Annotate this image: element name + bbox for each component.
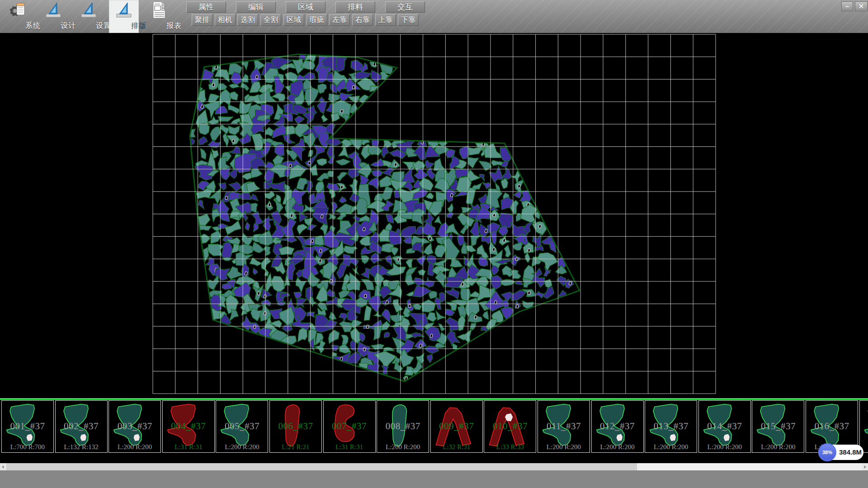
horizontal-scrollbar[interactable]: ‹ ›	[0, 463, 868, 470]
piece-id-label: 005_#37	[216, 421, 268, 432]
piece-lr-counts: L:200 R:200	[109, 443, 160, 451]
settings-icon	[79, 1, 98, 19]
piece-thumbnail-9[interactable]: 009_#37L:32 R:31	[430, 400, 483, 453]
piece-thumbnail-7[interactable]: 007_#37L:31 R:31	[323, 400, 376, 453]
scroll-left-arrow[interactable]: ‹	[0, 463, 6, 470]
piece-thumbnail-10[interactable]: 010_#37L:33 R:33	[484, 400, 536, 453]
piece-id-label: 008_#37	[377, 421, 429, 432]
piece-id-label: 012_#37	[592, 421, 643, 432]
piece-id-label: 010_#37	[484, 421, 536, 432]
piece-lr-counts: L:31 R:31	[163, 443, 214, 451]
memory-value: 384.8M	[839, 448, 862, 456]
ribbon-button-design[interactable]: 设计	[38, 0, 68, 33]
piece-thumbnail-1[interactable]: 001_#37L:700 R:700	[1, 400, 54, 453]
ribbon-button-settings[interactable]: 设置	[74, 0, 104, 33]
piece-lr-counts: L:700 R:700	[2, 443, 53, 451]
piece-id-label: 014_#37	[699, 421, 750, 432]
tool-camera[interactable]: 相机	[215, 14, 236, 26]
piece-id-label: 016_#37	[806, 421, 858, 432]
system-icon	[9, 1, 28, 19]
piece-id-label: 004_#37	[163, 421, 214, 432]
ribbon-button-label: 报表	[159, 21, 189, 31]
piece-thumbnail-5[interactable]: 005_#37L:200 R:200	[216, 400, 268, 453]
report-icon	[150, 1, 169, 19]
tool-snap-bottom[interactable]: 下靠	[398, 14, 419, 26]
piece-thumbnail-12[interactable]: 012_#37L:200 R:200	[591, 400, 644, 453]
pieces-strip: 001_#37L:700 R:700002_#37L:132 R:132003_…	[0, 398, 868, 463]
piece-lr-counts: L:200 R:200	[216, 443, 268, 451]
piece-lr-counts: L:21 R:21	[270, 443, 321, 451]
piece-lr-counts: L:33 R:33	[484, 443, 536, 451]
minimize-button[interactable]: –	[841, 1, 853, 11]
menu-nesting[interactable]: 排料	[335, 1, 375, 13]
piece-lr-counts: L:200 R:200	[538, 443, 590, 451]
piece-lr-counts: L:200 R:200	[377, 443, 429, 451]
scrollbar-thumb[interactable]	[6, 463, 637, 470]
piece-id-label: 015_#37	[752, 421, 804, 432]
tool-snap-top[interactable]: 上靠	[375, 14, 396, 26]
tool-cluster-nest[interactable]: 聚排	[192, 14, 212, 26]
nesting-canvas[interactable]	[0, 33, 868, 398]
toolbar: 系统设计设置排版报表 属性编辑区域排料交互 聚排相机选割全割区域瑕疵左靠右靠上靠…	[0, 0, 868, 33]
piece-thumbnail-3[interactable]: 003_#37L:200 R:200	[108, 400, 161, 453]
menu-region[interactable]: 区域	[286, 1, 326, 13]
piece-id-label: 013_#37	[645, 421, 697, 432]
piece-lr-counts: L:200 R:200	[699, 443, 750, 451]
tool-snap-right[interactable]: 右靠	[352, 14, 373, 26]
piece-id-label: 006_#37	[270, 421, 321, 432]
scroll-right-arrow[interactable]: ›	[862, 463, 868, 470]
piece-thumbnail-17[interactable]: 017_#37L:200 R:200	[859, 400, 868, 453]
strip-accent-line	[0, 398, 868, 400]
piece-thumbnail-6[interactable]: 006_#37L:21 R:21	[269, 400, 322, 453]
piece-thumbnail-2[interactable]: 002_#37L:132 R:132	[55, 400, 108, 453]
progress-badge: 38%	[818, 443, 836, 461]
piece-id-label: 007_#37	[324, 421, 375, 432]
ribbon-button-report[interactable]: 报表	[144, 0, 174, 33]
piece-id-label: 002_#37	[56, 421, 107, 432]
piece-thumbnail-14[interactable]: 014_#37L:200 R:200	[698, 400, 751, 453]
menu-edit[interactable]: 编辑	[236, 1, 276, 13]
piece-thumbnail-13[interactable]: 013_#37L:200 R:200	[645, 400, 697, 453]
tool-cut-all[interactable]: 全割	[260, 14, 281, 26]
layout-icon	[114, 1, 133, 19]
piece-thumbnail-15[interactable]: 015_#37L:200 R:200	[752, 400, 804, 453]
tool-region[interactable]: 区域	[283, 14, 304, 26]
design-icon	[44, 1, 63, 19]
piece-id-label: 001_#37	[2, 421, 53, 432]
piece-lr-counts: L:200 R:200	[592, 443, 643, 451]
menu-interact[interactable]: 交互	[385, 1, 425, 13]
piece-id-label: 009_#37	[431, 421, 482, 432]
piece-thumbnail-8[interactable]: 008_#37L:200 R:200	[377, 400, 429, 453]
application-window: 系统设计设置排版报表 属性编辑区域排料交互 聚排相机选割全割区域瑕疵左靠右靠上靠…	[0, 0, 868, 488]
piece-thumbnail-11[interactable]: 011_#37L:200 R:200	[538, 400, 590, 453]
piece-lr-counts: L:32 R:31	[431, 443, 482, 451]
ribbon-button-layout[interactable]: 排版	[109, 0, 139, 33]
menu-properties[interactable]: 属性	[186, 1, 226, 13]
piece-lr-counts: L:31 R:31	[324, 443, 375, 451]
piece-lr-counts: L:132 R:132	[56, 443, 107, 451]
tool-snap-left[interactable]: 左靠	[329, 14, 350, 26]
tool-select-cut[interactable]: 选割	[237, 14, 258, 26]
piece-lr-counts: L:200 R:200	[752, 443, 804, 451]
piece-thumbnail-4[interactable]: 004_#37L:31 R:31	[162, 400, 215, 453]
piece-lr-counts: L:200 R:200	[645, 443, 697, 451]
canvas-svg	[0, 33, 868, 398]
close-button[interactable]: ✕	[855, 1, 868, 11]
piece-id-label: 017_#37	[860, 421, 868, 432]
ribbon-button-system[interactable]: 系统	[3, 0, 33, 33]
piece-id-label: 003_#37	[109, 421, 160, 432]
status-bar	[0, 470, 868, 488]
piece-id-label: 011_#37	[538, 421, 590, 432]
memory-indicator: 38% 384.8M	[818, 445, 863, 460]
tool-defect[interactable]: 瑕疵	[307, 14, 327, 26]
